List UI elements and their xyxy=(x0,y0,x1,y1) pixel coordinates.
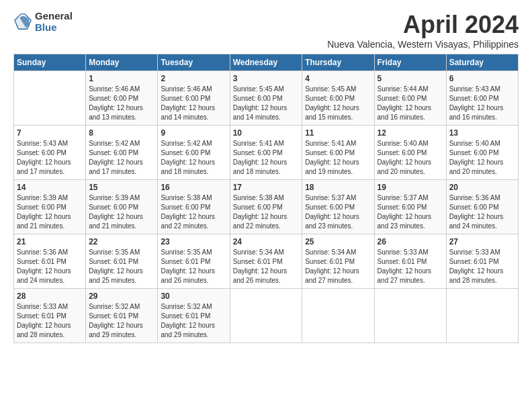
day-number: 20 xyxy=(449,183,515,192)
calendar-cell: 14Sunrise: 5:39 AM Sunset: 6:00 PM Dayli… xyxy=(14,180,86,234)
day-detail: Sunrise: 5:45 AM Sunset: 6:00 PM Dayligh… xyxy=(305,85,371,122)
calendar-week-5: 28Sunrise: 5:33 AM Sunset: 6:01 PM Dayli… xyxy=(14,289,519,343)
calendar-cell: 15Sunrise: 5:39 AM Sunset: 6:00 PM Dayli… xyxy=(86,180,158,234)
day-number: 11 xyxy=(305,128,371,138)
day-detail: Sunrise: 5:34 AM Sunset: 6:01 PM Dayligh… xyxy=(233,248,300,285)
calendar-cell: 10Sunrise: 5:41 AM Sunset: 6:00 PM Dayli… xyxy=(230,126,302,180)
day-number: 7 xyxy=(17,128,83,138)
day-detail: Sunrise: 5:38 AM Sunset: 6:00 PM Dayligh… xyxy=(161,193,226,231)
day-number: 14 xyxy=(17,183,83,192)
location-subtitle: Nueva Valencia, Western Visayas, Philipp… xyxy=(327,39,519,50)
calendar-cell: 11Sunrise: 5:41 AM Sunset: 6:00 PM Dayli… xyxy=(302,126,374,180)
calendar-cell: 20Sunrise: 5:36 AM Sunset: 6:00 PM Dayli… xyxy=(446,180,518,234)
day-detail: Sunrise: 5:46 AM Sunset: 6:00 PM Dayligh… xyxy=(89,85,154,122)
day-number: 2 xyxy=(161,74,226,83)
day-detail: Sunrise: 5:35 AM Sunset: 6:01 PM Dayligh… xyxy=(89,248,154,285)
calendar-cell: 21Sunrise: 5:36 AM Sunset: 6:01 PM Dayli… xyxy=(14,234,86,289)
logo-icon xyxy=(13,13,32,32)
calendar-week-3: 14Sunrise: 5:39 AM Sunset: 6:00 PM Dayli… xyxy=(14,180,519,234)
day-detail: Sunrise: 5:40 AM Sunset: 6:00 PM Dayligh… xyxy=(378,139,443,177)
logo-blue: Blue xyxy=(35,22,73,34)
logo-text: General Blue xyxy=(35,11,73,33)
day-number: 26 xyxy=(378,237,443,246)
day-number: 25 xyxy=(305,237,371,246)
header-saturday: Saturday xyxy=(446,54,518,71)
header-sunday: Sunday xyxy=(14,54,86,71)
calendar-cell: 30Sunrise: 5:32 AM Sunset: 6:01 PM Dayli… xyxy=(158,289,230,343)
calendar-cell: 23Sunrise: 5:35 AM Sunset: 6:01 PM Dayli… xyxy=(158,234,230,289)
day-detail: Sunrise: 5:36 AM Sunset: 6:01 PM Dayligh… xyxy=(17,248,83,285)
calendar-week-4: 21Sunrise: 5:36 AM Sunset: 6:01 PM Dayli… xyxy=(14,234,519,289)
day-number: 9 xyxy=(161,128,226,138)
calendar-week-1: 1Sunrise: 5:46 AM Sunset: 6:00 PM Daylig… xyxy=(14,71,519,126)
logo-general: General xyxy=(35,11,73,22)
calendar-cell: 13Sunrise: 5:40 AM Sunset: 6:00 PM Dayli… xyxy=(446,126,518,180)
title-block: April 2024 Nueva Valencia, Western Visay… xyxy=(327,11,519,50)
day-number: 28 xyxy=(17,291,83,301)
calendar-cell: 17Sunrise: 5:38 AM Sunset: 6:00 PM Dayli… xyxy=(230,180,302,234)
day-number: 23 xyxy=(161,237,226,246)
day-number: 24 xyxy=(233,237,300,246)
calendar-cell: 3Sunrise: 5:45 AM Sunset: 6:00 PM Daylig… xyxy=(230,71,302,126)
header-monday: Monday xyxy=(86,54,158,71)
calendar-cell: 27Sunrise: 5:33 AM Sunset: 6:01 PM Dayli… xyxy=(446,234,518,289)
calendar-cell: 8Sunrise: 5:42 AM Sunset: 6:00 PM Daylig… xyxy=(86,126,158,180)
calendar-cell xyxy=(446,289,518,343)
calendar-cell xyxy=(230,289,302,343)
day-number: 5 xyxy=(378,74,443,83)
day-detail: Sunrise: 5:42 AM Sunset: 6:00 PM Dayligh… xyxy=(161,139,226,177)
calendar-cell: 12Sunrise: 5:40 AM Sunset: 6:00 PM Dayli… xyxy=(374,126,446,180)
day-number: 8 xyxy=(89,128,154,138)
calendar-cell xyxy=(302,289,374,343)
calendar-table: Sunday Monday Tuesday Wednesday Thursday… xyxy=(13,54,519,343)
day-number: 18 xyxy=(305,183,371,192)
day-detail: Sunrise: 5:43 AM Sunset: 6:00 PM Dayligh… xyxy=(449,85,515,122)
day-detail: Sunrise: 5:46 AM Sunset: 6:00 PM Dayligh… xyxy=(161,85,226,122)
day-detail: Sunrise: 5:41 AM Sunset: 6:00 PM Dayligh… xyxy=(233,139,300,177)
month-title: April 2024 xyxy=(327,11,519,39)
day-detail: Sunrise: 5:37 AM Sunset: 6:00 PM Dayligh… xyxy=(305,193,371,231)
day-number: 22 xyxy=(89,237,154,246)
calendar-cell: 25Sunrise: 5:34 AM Sunset: 6:01 PM Dayli… xyxy=(302,234,374,289)
calendar-cell: 22Sunrise: 5:35 AM Sunset: 6:01 PM Dayli… xyxy=(86,234,158,289)
calendar-cell xyxy=(374,289,446,343)
page-header: General Blue April 2024 Nueva Valencia, … xyxy=(13,11,519,50)
day-number: 15 xyxy=(89,183,154,192)
logo: General Blue xyxy=(13,11,73,33)
day-number: 30 xyxy=(161,291,226,301)
day-detail: Sunrise: 5:40 AM Sunset: 6:00 PM Dayligh… xyxy=(449,139,515,177)
calendar-cell: 18Sunrise: 5:37 AM Sunset: 6:00 PM Dayli… xyxy=(302,180,374,234)
day-number: 13 xyxy=(449,128,515,138)
day-detail: Sunrise: 5:44 AM Sunset: 6:00 PM Dayligh… xyxy=(378,85,443,122)
header-tuesday: Tuesday xyxy=(158,54,230,71)
day-number: 10 xyxy=(233,128,300,138)
day-number: 16 xyxy=(161,183,226,192)
day-detail: Sunrise: 5:34 AM Sunset: 6:01 PM Dayligh… xyxy=(305,248,371,285)
day-number: 6 xyxy=(449,74,515,83)
day-detail: Sunrise: 5:33 AM Sunset: 6:01 PM Dayligh… xyxy=(17,302,83,340)
day-number: 3 xyxy=(233,74,300,83)
day-number: 19 xyxy=(378,183,443,192)
day-detail: Sunrise: 5:42 AM Sunset: 6:00 PM Dayligh… xyxy=(89,139,154,177)
calendar-cell: 19Sunrise: 5:37 AM Sunset: 6:00 PM Dayli… xyxy=(374,180,446,234)
day-detail: Sunrise: 5:32 AM Sunset: 6:01 PM Dayligh… xyxy=(89,302,154,340)
calendar-cell: 6Sunrise: 5:43 AM Sunset: 6:00 PM Daylig… xyxy=(446,71,518,126)
day-number: 1 xyxy=(89,74,154,83)
day-number: 29 xyxy=(89,291,154,301)
day-number: 21 xyxy=(17,237,83,246)
calendar-cell: 16Sunrise: 5:38 AM Sunset: 6:00 PM Dayli… xyxy=(158,180,230,234)
day-detail: Sunrise: 5:32 AM Sunset: 6:01 PM Dayligh… xyxy=(161,302,226,340)
day-detail: Sunrise: 5:41 AM Sunset: 6:00 PM Dayligh… xyxy=(305,139,371,177)
calendar-cell: 7Sunrise: 5:43 AM Sunset: 6:00 PM Daylig… xyxy=(14,126,86,180)
day-detail: Sunrise: 5:35 AM Sunset: 6:01 PM Dayligh… xyxy=(161,248,226,285)
day-detail: Sunrise: 5:38 AM Sunset: 6:00 PM Dayligh… xyxy=(233,193,300,231)
calendar-cell: 29Sunrise: 5:32 AM Sunset: 6:01 PM Dayli… xyxy=(86,289,158,343)
day-detail: Sunrise: 5:33 AM Sunset: 6:01 PM Dayligh… xyxy=(449,248,515,285)
day-detail: Sunrise: 5:43 AM Sunset: 6:00 PM Dayligh… xyxy=(17,139,83,177)
calendar-cell: 4Sunrise: 5:45 AM Sunset: 6:00 PM Daylig… xyxy=(302,71,374,126)
calendar-cell: 24Sunrise: 5:34 AM Sunset: 6:01 PM Dayli… xyxy=(230,234,302,289)
day-number: 27 xyxy=(449,237,515,246)
day-detail: Sunrise: 5:36 AM Sunset: 6:00 PM Dayligh… xyxy=(449,193,515,231)
header-wednesday: Wednesday xyxy=(230,54,302,71)
calendar-cell: 5Sunrise: 5:44 AM Sunset: 6:00 PM Daylig… xyxy=(374,71,446,126)
